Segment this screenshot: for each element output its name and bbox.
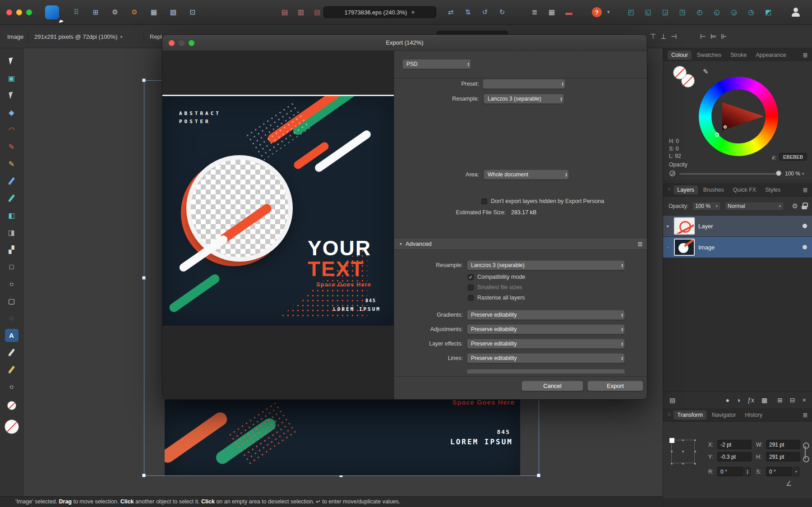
snapping-options-icon[interactable]: ⊡ <box>187 7 198 18</box>
fill-tool-icon[interactable]: ◧ <box>5 209 18 222</box>
shape-tool-icon[interactable]: ◌ <box>5 312 18 325</box>
rounded-rectangle-tool-icon[interactable]: ▢ <box>5 295 18 308</box>
settings-gear-icon[interactable]: ⚙ <box>129 7 140 18</box>
colour-picker-icon[interactable]: ✎ <box>703 68 709 76</box>
stock-panel-icon[interactable]: ◳ <box>677 7 688 18</box>
resample-dropdown[interactable]: Lanczos 3 (separable) ▴▾ <box>484 94 564 104</box>
format-dropdown[interactable]: PSD ▴▾ <box>402 59 471 69</box>
panel-menu-icon[interactable]: ≣ <box>803 51 808 59</box>
paint-brush-tool-icon[interactable] <box>5 175 18 188</box>
rotate-ccw-icon[interactable]: ↺ <box>479 7 491 18</box>
contour-tool-icon[interactable]: ◠ <box>5 123 18 136</box>
fill-circle-icon[interactable]: ● <box>725 396 729 404</box>
tab-swatches[interactable]: Swatches <box>693 51 725 60</box>
layer-thumbnail[interactable] <box>674 217 695 235</box>
x-input[interactable]: -2 pt <box>717 440 752 449</box>
insert-behind-icon[interactable]: ▤ <box>279 7 291 18</box>
move-tool-icon[interactable] <box>5 55 18 68</box>
shear-dropdown[interactable]: ▾ <box>793 467 799 476</box>
layer-effects-dropdown[interactable]: Preserve editability ▴▾ <box>467 339 625 349</box>
ellipse-tool-icon[interactable]: ○ <box>5 277 18 290</box>
gradients-dropdown[interactable]: Preserve editability ▴▾ <box>467 310 625 320</box>
smallest-file-sizes-checkbox[interactable]: Smallest file sizes <box>468 284 525 291</box>
colour-picker-tool-icon[interactable] <box>5 346 18 359</box>
apps-grid-icon[interactable]: ⠿ <box>70 7 82 18</box>
ruler-tool-icon[interactable] <box>5 363 18 376</box>
transparency-tool-icon[interactable]: ◨ <box>5 226 18 239</box>
crop-tool-icon[interactable]: ▞ <box>5 243 18 256</box>
h-input[interactable]: 291 pt <box>766 452 800 461</box>
selection-handle-bottom-right[interactable] <box>537 474 540 477</box>
insert-on-top-icon[interactable]: ▧ <box>311 7 323 18</box>
fullscreen-window-button[interactable] <box>26 9 32 15</box>
tab-transform[interactable]: Transform <box>674 410 706 419</box>
pages-icon[interactable]: ▤ <box>669 396 675 404</box>
toolbar-overflow-chevron-icon[interactable]: ▾ <box>607 9 610 15</box>
swatches-panel-icon[interactable]: ◩ <box>762 7 774 18</box>
slice-icon[interactable]: ▬ <box>563 7 575 18</box>
advanced-section-header[interactable]: ▾ Advanced ≣ <box>394 238 647 250</box>
pencil-tool-icon[interactable]: ✎ <box>5 157 18 171</box>
image-size-dropdown[interactable]: 291x291 pixels @ 72dpi (100%) ▾ <box>34 25 123 48</box>
tab-appearance[interactable]: Appearance <box>752 51 789 60</box>
layer-visibility-toggle[interactable] <box>803 224 807 228</box>
add-layer-icon[interactable]: ⊞ <box>777 396 783 404</box>
area-dropdown[interactable]: Whole document ▴▾ <box>484 170 569 180</box>
pixel-persona-icon[interactable]: ◱ <box>642 7 654 18</box>
fill-colour-well[interactable] <box>7 401 16 410</box>
layer-lock-icon[interactable] <box>802 203 807 209</box>
panel-grip-icon[interactable]: ⠿ <box>668 412 671 417</box>
export-button[interactable]: Export <box>587 381 643 391</box>
selection-handle-mid-left[interactable] <box>142 276 146 280</box>
document-title-dropdown[interactable]: 17973836.eps (240.3%) ∗ <box>323 6 436 18</box>
saturation-marker[interactable] <box>724 125 727 129</box>
rectangle-tool-icon[interactable]: □ <box>5 260 18 273</box>
insert-inside-icon[interactable]: ▥ <box>295 7 307 18</box>
tab-colour[interactable]: Colour <box>668 51 692 60</box>
flip-horizontal-icon[interactable]: ⇄ <box>445 7 457 18</box>
artboard-icon[interactable]: ⊞ <box>90 7 102 18</box>
align-top-icon[interactable]: ⊤ <box>650 32 656 41</box>
node-tool-icon[interactable] <box>5 89 18 102</box>
add-group-icon[interactable]: ⊟ <box>790 396 795 404</box>
rotation-input[interactable]: 0 ° <box>717 467 743 476</box>
zoom-tool-icon[interactable]: ○ <box>5 380 18 393</box>
adjustment-icon[interactable]: ◑ <box>737 396 740 404</box>
mask-icon[interactable]: ▩ <box>761 396 767 404</box>
opacity-slider[interactable] <box>679 173 780 175</box>
close-window-button[interactable] <box>6 9 12 15</box>
minimize-window-button[interactable] <box>16 9 22 15</box>
history-panel-icon[interactable]: ◶ <box>728 7 740 18</box>
colour-wheel[interactable] <box>699 77 778 156</box>
panel-grip-icon[interactable]: ⠿ <box>668 187 671 192</box>
navigator-panel-icon[interactable]: ◷ <box>745 7 757 18</box>
pen-tool-icon[interactable]: ✎ <box>5 140 18 153</box>
snapping-candidates-icon[interactable]: ▧ <box>167 7 179 18</box>
layer-settings-gear-icon[interactable]: ⚙ <box>792 202 798 210</box>
panel-menu-icon[interactable]: ≣ <box>803 411 808 419</box>
advanced-resample-dropdown[interactable]: Lanczos 3 (separable) ▴▾ <box>467 260 625 270</box>
panel-menu-icon[interactable]: ≣ <box>803 186 808 194</box>
adjustments-dropdown[interactable]: Preserve editability ▴▾ <box>467 324 625 334</box>
rasterise-all-layers-checkbox[interactable]: Rasterise all layers <box>468 294 525 301</box>
shear-input[interactable]: 0 ° <box>766 467 792 476</box>
link-dimensions-icon[interactable] <box>803 442 808 462</box>
tab-brushes[interactable]: Brushes <box>700 185 728 194</box>
opacity-value[interactable]: 100 % ▾ <box>785 171 804 177</box>
tab-stroke[interactable]: Stroke <box>727 51 750 60</box>
cancel-button[interactable]: Cancel <box>521 381 583 391</box>
snapping-icon[interactable]: ▦ <box>148 7 160 18</box>
layer-visibility-toggle[interactable] <box>803 245 807 249</box>
dont-export-hidden-checkbox[interactable]: Don't export layers hidden by Export Per… <box>481 198 604 205</box>
layers-panel-icon[interactable]: ◴ <box>694 7 706 18</box>
compatibility-mode-checkbox[interactable]: ✓ Compatibility mode <box>468 273 525 281</box>
fill-colour-well[interactable] <box>673 66 687 79</box>
distribute-vertical-icon[interactable]: ⊩ <box>721 32 727 41</box>
layers-opacity-dropdown[interactable]: 100 % ▾ <box>692 202 721 211</box>
rotation-stepper[interactable]: ▴▾ <box>744 467 751 476</box>
delete-layer-icon[interactable]: × <box>803 396 806 404</box>
dialog-zoom-button[interactable] <box>189 40 194 46</box>
text-tool-icon[interactable]: A <box>5 329 18 342</box>
replace-button[interactable]: Repl <box>150 25 162 48</box>
align-right-icon[interactable]: ⊢ <box>700 32 706 41</box>
